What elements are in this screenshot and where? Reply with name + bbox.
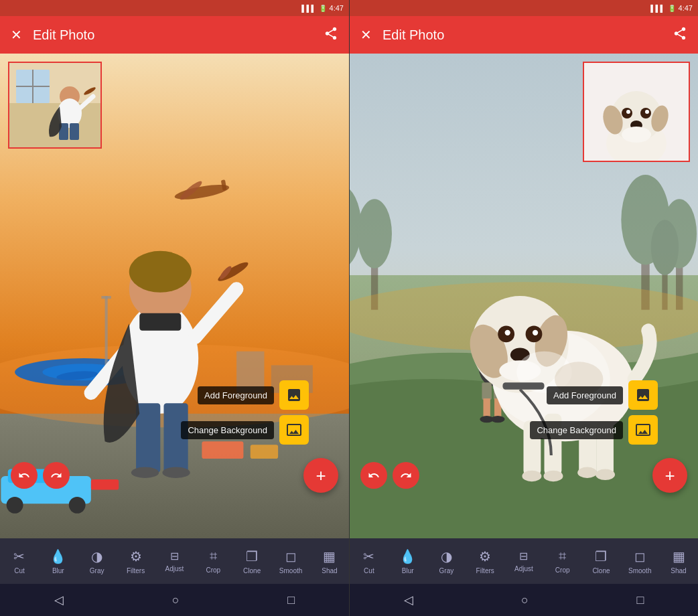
add-foreground-button-left[interactable] <box>279 380 309 410</box>
undo-icon-left <box>18 469 30 481</box>
add-foreground-label-right[interactable]: Add Foreground <box>547 386 623 404</box>
smooth-icon-right: ◻ <box>634 548 646 564</box>
shad-icon-right: ▦ <box>673 548 685 564</box>
add-foreground-row-right: Add Foreground <box>547 380 658 410</box>
tool-clone-right[interactable]: ❐ Clone <box>585 548 617 574</box>
svg-rect-60 <box>482 382 491 400</box>
page-title-left: Edit Photo <box>33 27 324 43</box>
add-foreground-icon-right <box>635 387 651 403</box>
signal-right: ▌▌▌ <box>650 5 665 12</box>
tool-crop-left[interactable]: ⌗ Crop <box>197 548 229 574</box>
adjust-label-left: Adjust <box>165 565 184 572</box>
svg-point-98 <box>622 127 651 143</box>
tool-filters-right[interactable]: ⚙ Filters <box>469 548 501 574</box>
redo-icon-left <box>50 469 62 481</box>
tool-gray-left[interactable]: ◑ Gray <box>81 548 113 574</box>
photo-area-right: Add Foreground Change Background <box>350 54 698 538</box>
tool-smooth-right[interactable]: ◻ Smooth <box>624 548 656 574</box>
tool-blur-right[interactable]: 💧 Blur <box>392 548 424 574</box>
cut-label-left: Cut <box>14 567 25 574</box>
filters-label-left: Filters <box>127 567 145 574</box>
svg-rect-10 <box>101 296 111 299</box>
add-foreground-label-left[interactable]: Add Foreground <box>198 386 274 404</box>
tool-clone-left[interactable]: ❐ Clone <box>236 548 268 574</box>
nav-bar-left: ◁ ○ □ <box>0 584 349 616</box>
svg-point-82 <box>533 330 538 335</box>
tool-shad-left[interactable]: ▦ Shad <box>313 548 346 574</box>
gray-label-right: Gray <box>439 567 454 574</box>
fab-icon-left: + <box>316 465 326 486</box>
tool-crop-right[interactable]: ⌗ Crop <box>547 548 579 574</box>
crop-label-right: Crop <box>555 566 570 574</box>
thumbnail-right <box>583 62 690 162</box>
nav-back-right[interactable]: ◁ <box>391 587 427 613</box>
add-foreground-row-left: Add Foreground <box>198 380 309 410</box>
signal-left: ▌▌▌ <box>301 5 316 12</box>
share-button-right[interactable] <box>673 26 687 44</box>
close-button-right[interactable]: ✕ <box>360 27 372 43</box>
change-background-button-left[interactable] <box>279 415 309 445</box>
clone-label-left: Clone <box>243 567 261 574</box>
thumb-scene-left <box>9 63 100 147</box>
blur-icon-left: 💧 <box>50 548 66 564</box>
cut-label-right: Cut <box>364 567 374 574</box>
tool-shad-right[interactable]: ▦ Shad <box>662 548 695 574</box>
cut-icon-left: ✂ <box>13 548 25 564</box>
tool-cut-left[interactable]: ✂ Cut <box>3 548 36 574</box>
redo-icon-right <box>400 469 412 481</box>
share-button-left[interactable] <box>324 26 338 44</box>
change-background-label-left[interactable]: Change Background <box>181 421 274 439</box>
undo-icon-right <box>368 469 380 481</box>
svg-rect-32 <box>251 445 278 459</box>
tool-smooth-left[interactable]: ◻ Smooth <box>275 548 307 574</box>
thumbnail-content-right <box>584 63 689 161</box>
bottom-action-bar-left: + <box>0 458 349 493</box>
share-icon-right <box>673 26 687 41</box>
filters-icon-right: ⚙ <box>479 548 491 564</box>
nav-back-left[interactable]: ◁ <box>41 587 77 613</box>
action-buttons-left: Add Foreground Change Background <box>181 380 309 445</box>
undo-button-left[interactable] <box>11 462 38 489</box>
change-background-label-right[interactable]: Change Background <box>530 421 623 439</box>
smooth-icon-left: ◻ <box>285 548 297 564</box>
tool-gray-right[interactable]: ◑ Gray <box>430 548 462 574</box>
svg-point-55 <box>651 220 679 275</box>
nav-recent-right[interactable]: □ <box>623 588 657 613</box>
gray-icon-left: ◑ <box>91 548 102 564</box>
tool-adjust-right[interactable]: ⊟ Adjust <box>508 550 540 572</box>
time-right: 4:47 <box>679 4 693 12</box>
change-background-button-right[interactable] <box>628 415 658 445</box>
nav-bar-right: ◁ ○ □ <box>350 584 698 616</box>
close-button-left[interactable]: ✕ <box>11 27 22 43</box>
tool-adjust-left[interactable]: ⊟ Adjust <box>158 550 190 572</box>
svg-point-65 <box>491 416 505 422</box>
smooth-label-left: Smooth <box>279 567 302 574</box>
shad-label-left: Shad <box>322 567 337 574</box>
blur-icon-right: 💧 <box>399 548 416 564</box>
svg-point-29 <box>69 497 86 514</box>
shad-icon-left: ▦ <box>323 548 336 564</box>
undo-button-right[interactable] <box>360 462 387 489</box>
tool-blur-left[interactable]: 💧 Blur <box>42 548 74 574</box>
nav-home-right[interactable]: ○ <box>508 588 542 613</box>
change-background-row-right: Change Background <box>530 415 658 445</box>
adjust-icon-right: ⊟ <box>519 550 528 562</box>
fab-button-right[interactable]: + <box>652 458 687 493</box>
smooth-label-right: Smooth <box>628 567 651 574</box>
fab-button-left[interactable]: + <box>303 458 338 493</box>
bottom-action-bar-right: + <box>350 458 698 493</box>
crop-icon-right: ⌗ <box>559 548 566 564</box>
redo-button-right[interactable] <box>393 462 419 489</box>
battery-right: 🔋 <box>668 5 676 12</box>
tool-cut-right[interactable]: ✂ Cut <box>353 548 385 574</box>
add-foreground-button-right[interactable] <box>628 380 658 410</box>
top-bar-left: ✕ Edit Photo <box>0 16 349 54</box>
tool-filters-left[interactable]: ⚙ Filters <box>120 548 152 574</box>
top-bar-right: ✕ Edit Photo <box>350 16 698 54</box>
status-bar-info-right: ▌▌▌ 🔋 4:47 <box>650 4 693 12</box>
clone-icon-left: ❐ <box>246 548 258 564</box>
redo-button-left[interactable] <box>43 462 70 489</box>
nav-home-left[interactable]: ○ <box>159 588 193 613</box>
undo-redo-right <box>360 462 419 489</box>
nav-recent-left[interactable]: □ <box>274 588 308 613</box>
